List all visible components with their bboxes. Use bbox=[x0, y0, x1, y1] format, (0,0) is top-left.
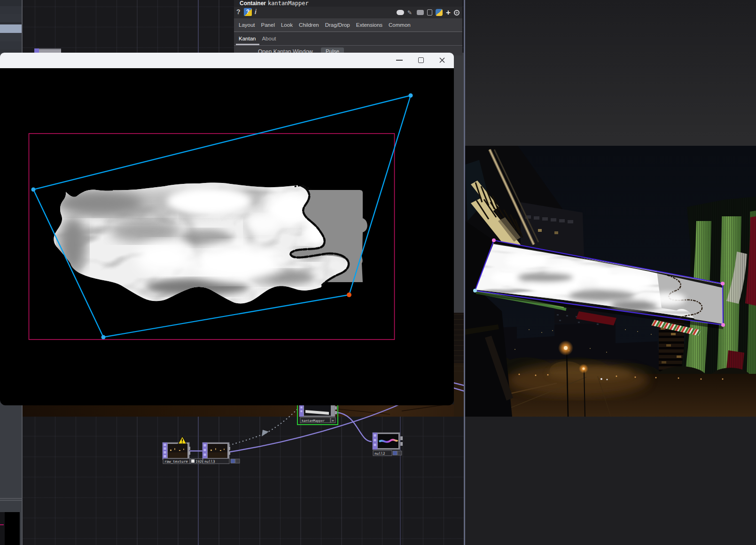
node-flag[interactable] bbox=[393, 451, 397, 455]
band-handle[interactable] bbox=[721, 282, 725, 285]
node-expand[interactable]: + bbox=[332, 419, 334, 423]
maximize-button[interactable] bbox=[418, 57, 424, 63]
node-flag[interactable] bbox=[397, 451, 402, 455]
pane-divider[interactable] bbox=[464, 0, 465, 545]
palette-row[interactable] bbox=[0, 41, 22, 49]
help-icon[interactable]: ? bbox=[236, 8, 241, 16]
palette-row[interactable] bbox=[0, 33, 22, 41]
viewer-pane bbox=[465, 0, 756, 545]
node-label: kantanMapper bbox=[302, 419, 325, 423]
wire-kantan-null2[interactable] bbox=[336, 412, 372, 442]
band-handle[interactable] bbox=[492, 238, 496, 242]
quad-vertex[interactable] bbox=[31, 188, 36, 192]
mapping-canvas[interactable] bbox=[0, 68, 454, 405]
operator-type-label: Container bbox=[240, 0, 266, 7]
tab-look[interactable]: Look bbox=[281, 22, 293, 28]
palette-separator bbox=[0, 500, 22, 501]
tab-layout[interactable]: Layout bbox=[239, 22, 255, 28]
minimize-button[interactable] bbox=[396, 60, 403, 61]
dialog-tab-bar: Layout Panel Look Children Drag/Drop Ext… bbox=[234, 18, 462, 32]
parameter-dialog: Container kantanMapper ? ? i ✎ + Layout … bbox=[234, 0, 462, 55]
tab-children[interactable]: Children bbox=[299, 22, 319, 28]
dialog-header: Container kantanMapper bbox=[234, 0, 462, 7]
wire-arrowhead bbox=[262, 430, 269, 436]
band-handle[interactable] bbox=[473, 289, 477, 292]
warning-icon[interactable] bbox=[178, 436, 187, 444]
copy-icon[interactable] bbox=[427, 9, 432, 16]
palette-row[interactable] bbox=[0, 0, 22, 6]
subtab-kantan[interactable]: Kantan bbox=[239, 36, 256, 41]
viewer-background bbox=[465, 0, 756, 146]
band-handle[interactable] bbox=[721, 323, 725, 327]
palette-row[interactable] bbox=[0, 6, 22, 14]
palette-separator bbox=[0, 498, 22, 499]
node-label: raw_texture bbox=[164, 459, 188, 464]
dialog-subtab-bar: Kantan About bbox=[234, 32, 462, 46]
quad-vertex[interactable] bbox=[101, 335, 106, 340]
node-flag[interactable] bbox=[235, 459, 240, 463]
subtab-about[interactable]: About bbox=[262, 36, 276, 41]
close-button[interactable] bbox=[439, 57, 445, 63]
node-kantanmapper[interactable]: kantanMapper + bbox=[297, 403, 338, 425]
node-null2[interactable]: null2 bbox=[373, 433, 403, 456]
node-label: null2 bbox=[374, 451, 385, 456]
add-icon[interactable]: + bbox=[446, 9, 451, 16]
pencil-icon[interactable]: ✎ bbox=[407, 9, 413, 16]
palette-row-selected[interactable] bbox=[0, 24, 22, 33]
palette-preview-gutter bbox=[0, 512, 5, 545]
tab-common[interactable]: Common bbox=[389, 22, 411, 28]
projection-preview bbox=[465, 146, 756, 417]
palette-row bbox=[0, 49, 22, 53]
tab-dragdrop[interactable]: Drag/Drop bbox=[325, 22, 350, 28]
window-titlebar[interactable] bbox=[0, 53, 454, 68]
python-icon[interactable] bbox=[436, 9, 443, 16]
node-flag[interactable] bbox=[231, 459, 235, 463]
node-null3[interactable]: null3 bbox=[203, 442, 240, 464]
quad-vertex-selected[interactable] bbox=[347, 292, 351, 297]
node-label: null3 bbox=[204, 459, 215, 464]
palette-row[interactable] bbox=[0, 14, 22, 22]
operator-name[interactable]: kantanMapper bbox=[268, 0, 309, 7]
target-icon[interactable] bbox=[454, 10, 460, 16]
viewer-pane-bottom bbox=[465, 417, 756, 545]
quad-vertex[interactable] bbox=[409, 94, 413, 98]
palette-preview bbox=[5, 512, 20, 545]
palette-preview-marker bbox=[0, 524, 4, 525]
wire-fragments bbox=[453, 383, 465, 391]
python-help-icon[interactable]: ? bbox=[244, 8, 252, 16]
dialog-toolbar: ? ? i ✎ + bbox=[234, 7, 462, 18]
tab-extensions[interactable]: Extensions bbox=[356, 22, 382, 28]
info-icon[interactable]: i bbox=[255, 8, 257, 16]
tab-panel[interactable]: Panel bbox=[261, 22, 275, 28]
photo-crack bbox=[402, 405, 444, 411]
comment-icon[interactable] bbox=[417, 10, 424, 15]
language-icon[interactable] bbox=[397, 10, 404, 15]
kantan-mapper-window[interactable] bbox=[0, 53, 454, 405]
